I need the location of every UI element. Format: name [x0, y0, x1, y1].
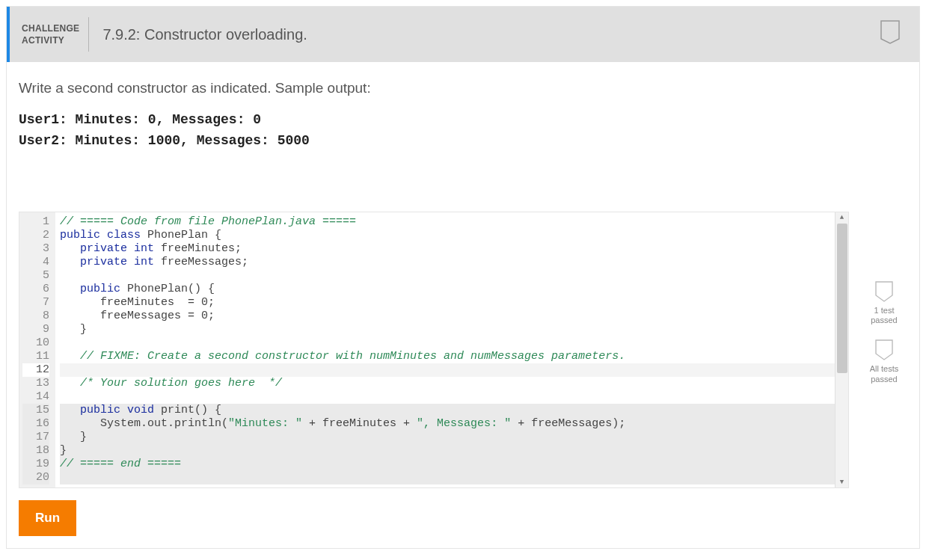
line-number: 4 — [22, 256, 49, 269]
instructions-text: Write a second constructor as indicated.… — [19, 80, 849, 96]
code-line[interactable]: // ===== end ===== — [60, 458, 848, 471]
code-line[interactable]: private int freeMessages; — [60, 256, 848, 269]
code-line[interactable]: // ===== Code from file PhonePlan.java =… — [60, 215, 848, 229]
scroll-up-icon[interactable]: ▲ — [835, 212, 848, 223]
challenge-container: CHALLENGE ACTIVITY 7.9.2: Constructor ov… — [6, 6, 920, 549]
line-number: 16 — [22, 417, 49, 431]
run-button[interactable]: Run — [19, 500, 76, 536]
code-editor[interactable]: 1234567891011121314151617181920 // =====… — [19, 212, 849, 488]
line-number: 15 — [22, 404, 49, 417]
code-line[interactable]: } — [60, 444, 848, 458]
line-number: 17 — [22, 431, 49, 444]
line-number: 11 — [22, 350, 49, 363]
line-number: 3 — [22, 242, 49, 256]
editor-code-area[interactable]: // ===== Code from file PhonePlan.java =… — [55, 212, 848, 487]
code-line[interactable]: freeMessages = 0; — [60, 310, 848, 323]
code-line[interactable]: public PhonePlan() { — [60, 283, 848, 296]
line-number: 9 — [22, 323, 49, 336]
line-number: 14 — [22, 390, 49, 404]
line-number: 12 — [22, 363, 49, 377]
editor-gutter: 1234567891011121314151617181920 — [19, 212, 55, 487]
line-number: 18 — [22, 444, 49, 458]
challenge-title: 7.9.2: Constructor overloading. — [89, 7, 321, 62]
side-column: 1 test passed All tests passed — [861, 80, 907, 536]
line-number: 10 — [22, 336, 49, 350]
shield-icon — [874, 280, 894, 303]
code-line[interactable]: System.out.println("Minutes: " + freeMin… — [60, 417, 848, 431]
challenge-label-line1: CHALLENGE — [22, 23, 79, 35]
sample-output: User1: Minutes: 0, Messages: 0 User2: Mi… — [19, 110, 849, 152]
badge-all-tests: All tests passed — [870, 339, 899, 384]
scroll-track[interactable] — [835, 223, 848, 477]
scroll-thumb[interactable] — [837, 224, 847, 373]
code-line[interactable] — [60, 336, 848, 350]
shield-icon — [874, 339, 894, 361]
code-line[interactable]: freeMinutes = 0; — [60, 296, 848, 310]
challenge-body: Write a second constructor as indicated.… — [7, 62, 919, 548]
line-number: 13 — [22, 377, 49, 390]
editor-scrollbar[interactable]: ▲ ▼ — [835, 212, 848, 487]
line-number: 6 — [22, 283, 49, 296]
line-number: 7 — [22, 296, 49, 310]
line-number: 19 — [22, 458, 49, 471]
code-line[interactable]: // FIXME: Create a second constructor wi… — [60, 350, 848, 363]
code-line[interactable]: } — [60, 323, 848, 336]
code-line[interactable] — [60, 390, 848, 404]
scroll-down-icon[interactable]: ▼ — [835, 477, 848, 487]
line-number: 5 — [22, 269, 49, 283]
code-line[interactable]: public void print() { — [60, 404, 848, 417]
line-number: 2 — [22, 229, 49, 242]
challenge-label: CHALLENGE ACTIVITY — [10, 7, 88, 62]
line-number: 1 — [22, 215, 49, 229]
bookmark-icon[interactable] — [879, 19, 901, 49]
code-line[interactable] — [60, 269, 848, 283]
badge-label: All tests passed — [870, 364, 899, 384]
main-column: Write a second constructor as indicated.… — [19, 80, 849, 536]
code-line[interactable]: /* Your solution goes here */ — [60, 377, 848, 390]
badge-label: 1 test passed — [871, 306, 897, 325]
challenge-label-line2: ACTIVITY — [22, 35, 79, 47]
code-line[interactable] — [60, 363, 848, 377]
code-line[interactable]: private int freeMinutes; — [60, 242, 848, 256]
code-line[interactable]: public class PhonePlan { — [60, 229, 848, 242]
code-line[interactable] — [60, 471, 848, 484]
code-line[interactable]: } — [60, 431, 848, 444]
line-number: 8 — [22, 310, 49, 323]
badge-1-test: 1 test passed — [871, 280, 897, 325]
challenge-header: CHALLENGE ACTIVITY 7.9.2: Constructor ov… — [7, 7, 919, 62]
line-number: 20 — [22, 471, 49, 484]
